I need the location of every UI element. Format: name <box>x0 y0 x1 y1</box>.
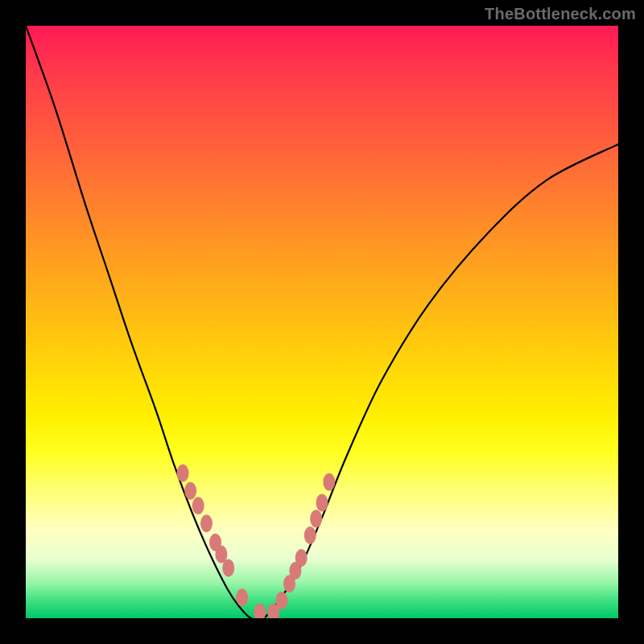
marker-point <box>304 526 316 544</box>
marker-point <box>295 549 308 567</box>
highlight-markers <box>177 464 336 618</box>
marker-point <box>184 482 196 500</box>
bottleneck-curve <box>26 26 618 618</box>
plot-area <box>26 26 618 618</box>
chart-frame: TheBottleneck.com <box>0 0 644 644</box>
marker-point <box>254 604 266 618</box>
marker-point <box>236 588 248 606</box>
marker-point <box>192 497 204 514</box>
chart-svg <box>26 26 618 618</box>
marker-point <box>323 473 335 491</box>
marker-point <box>177 464 189 482</box>
marker-point <box>222 559 234 576</box>
marker-point <box>200 514 213 532</box>
marker-point <box>275 592 287 609</box>
watermark-text: TheBottleneck.com <box>485 5 636 23</box>
marker-point <box>310 510 322 527</box>
marker-point <box>316 493 328 511</box>
